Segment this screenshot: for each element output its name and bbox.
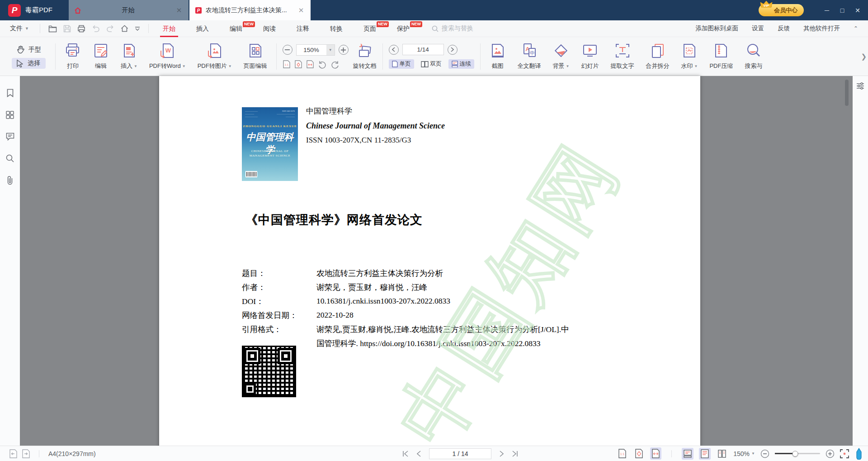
continuous-view-button[interactable] xyxy=(699,448,711,460)
open-file-icon[interactable] xyxy=(48,25,57,33)
single-page-mode-button[interactable]: 单页 xyxy=(389,59,414,69)
compress-button[interactable]: PDF压缩 xyxy=(703,37,739,76)
pdf-to-word-button[interactable]: W PDF转Word▼ xyxy=(143,37,192,76)
tab-document-close-icon[interactable]: ✕ xyxy=(297,6,305,14)
continuous-label: 连续 xyxy=(460,60,471,68)
edit-button[interactable]: 编辑 xyxy=(87,37,115,76)
menu-tab-page[interactable]: 页面NEW xyxy=(357,20,382,37)
single-page-view-button[interactable] xyxy=(682,448,693,460)
previous-page-button[interactable] xyxy=(389,45,399,55)
zoom-out-button[interactable] xyxy=(760,449,769,458)
tab-document-label: 农地流转三方利益主体决策... xyxy=(206,6,297,14)
divider xyxy=(480,43,481,70)
fullscreen-button[interactable] xyxy=(840,449,849,458)
menu-tab-annotate[interactable]: 注释 xyxy=(290,20,316,37)
previous-page-icon[interactable] xyxy=(9,449,17,458)
first-page-button[interactable] xyxy=(402,451,409,457)
rotate-pages-icon xyxy=(357,43,373,59)
open-with-other-button[interactable]: 其他软件打开 xyxy=(803,24,840,33)
search-input[interactable]: 搜索与替换 xyxy=(432,24,473,33)
thumbnails-panel-icon[interactable] xyxy=(6,111,14,119)
page-edit-label: 页面编辑 xyxy=(244,62,267,70)
journal-header: 中国管理科学 Chinese Journal of Management Sci… xyxy=(306,104,445,147)
comments-panel-icon[interactable] xyxy=(6,133,14,141)
screenshot-button[interactable]: 截图 xyxy=(484,37,512,76)
hand-tool-button[interactable]: 手型 xyxy=(12,44,46,55)
pdf-to-image-button[interactable]: PDF转图片▼ xyxy=(192,37,238,76)
bookmarks-panel-icon[interactable] xyxy=(6,89,14,97)
tab-home[interactable]: 开始 ✕ xyxy=(69,0,189,20)
next-page-button[interactable] xyxy=(500,451,504,457)
print-label: 打印 xyxy=(67,62,79,70)
attachments-panel-icon[interactable] xyxy=(7,176,13,185)
home-page-icon[interactable] xyxy=(121,25,128,32)
rotate-left-icon[interactable] xyxy=(318,60,327,69)
print-button[interactable]: 打印 xyxy=(59,37,87,76)
fit-width-button[interactable] xyxy=(650,447,661,460)
watermark-button[interactable]: 水印▼ xyxy=(675,37,704,76)
extract-text-button[interactable]: 提取文字 xyxy=(605,37,640,76)
menu-tab-convert[interactable]: 转换 xyxy=(324,20,349,37)
insert-button[interactable]: 插入▼ xyxy=(115,37,143,76)
zoom-in-button[interactable] xyxy=(826,449,835,458)
single-page-label: 单页 xyxy=(400,60,411,68)
menu-tab-insert[interactable]: 插入 xyxy=(190,20,215,37)
rotate-document-button[interactable]: 旋转文档 xyxy=(353,43,377,70)
merge-split-button[interactable]: 合并拆分 xyxy=(640,37,675,76)
background-label: 背景 xyxy=(553,62,565,70)
zoom-slider[interactable] xyxy=(775,453,820,454)
menu-tab-protect[interactable]: 保护NEW xyxy=(391,20,416,37)
two-page-view-button[interactable] xyxy=(716,448,728,460)
page-number-input[interactable]: 1/14 xyxy=(402,44,444,55)
zoom-level-select[interactable]: 150% ▼ xyxy=(296,44,335,56)
add-desktop-icon-button[interactable]: 添加图标到桌面 xyxy=(695,24,738,33)
zoom-in-button[interactable] xyxy=(339,45,349,55)
close-button[interactable]: ✕ xyxy=(850,0,865,20)
menu-tab-home[interactable]: 开始 xyxy=(156,20,182,37)
file-menu[interactable]: 文件 ▼ xyxy=(0,24,36,33)
zoom-out-button[interactable] xyxy=(283,45,292,55)
vertical-scrollbar[interactable] xyxy=(845,80,849,106)
word-convert-icon: W xyxy=(159,43,175,59)
page-navigation-input[interactable]: 1 / 14 xyxy=(429,448,491,459)
tab-document[interactable]: P 农地流转三方利益主体决策... ✕ xyxy=(189,0,311,20)
tab-home-close-icon[interactable]: ✕ xyxy=(175,6,183,14)
feedback-button[interactable]: 反馈 xyxy=(778,24,790,33)
save-icon[interactable] xyxy=(63,25,71,33)
double-page-mode-button[interactable]: 双页 xyxy=(418,59,445,69)
continuous-mode-button[interactable]: 连续 xyxy=(448,59,474,69)
collapse-ribbon-icon[interactable]: ⌃ xyxy=(854,25,858,32)
settings-button[interactable]: 设置 xyxy=(752,24,764,33)
menu-tab-read[interactable]: 阅读 xyxy=(257,20,282,37)
view-settings-icon[interactable] xyxy=(856,82,864,446)
background-button[interactable]: 背景▼ xyxy=(547,37,576,76)
fit-width-icon[interactable] xyxy=(306,60,314,68)
page-edit-button[interactable]: 页面编辑 xyxy=(238,37,273,76)
translate-button[interactable]: A中 全文翻译 xyxy=(512,37,547,76)
menu-tab-edit[interactable]: 编辑NEW xyxy=(223,20,249,37)
select-tool-button[interactable]: 选择 xyxy=(12,58,46,69)
minimize-button[interactable]: ─ xyxy=(819,0,835,20)
slideshow-button[interactable]: 幻灯片 xyxy=(576,37,605,76)
last-page-button[interactable] xyxy=(512,451,518,457)
next-page-button[interactable] xyxy=(448,45,458,55)
vip-member-button[interactable]: VIP 会员中心 xyxy=(759,4,804,16)
fit-actual-size-icon[interactable]: 1:1 xyxy=(283,60,291,68)
zoom-slider-knob[interactable] xyxy=(793,451,798,456)
actual-size-button[interactable]: 1:1 xyxy=(617,447,628,460)
fit-page-button[interactable] xyxy=(633,447,645,460)
next-page-icon[interactable] xyxy=(22,449,30,458)
search-panel-icon[interactable] xyxy=(6,154,14,162)
undo-icon[interactable] xyxy=(92,25,100,32)
pen-tool-icon[interactable] xyxy=(854,448,863,460)
zoom-level-select[interactable]: 150% ▼ xyxy=(733,450,755,457)
toolbar-expand-icon[interactable]: ❯ xyxy=(861,52,867,61)
previous-page-button[interactable] xyxy=(417,451,421,457)
search-replace-button[interactable]: 搜索与 xyxy=(739,37,768,76)
fit-page-icon[interactable] xyxy=(294,60,302,68)
print-icon[interactable] xyxy=(77,25,85,33)
rotate-right-icon[interactable] xyxy=(330,60,340,69)
customize-toolbar-icon[interactable] xyxy=(135,27,140,31)
maximize-button[interactable]: □ xyxy=(835,0,850,20)
redo-icon[interactable] xyxy=(106,25,114,32)
